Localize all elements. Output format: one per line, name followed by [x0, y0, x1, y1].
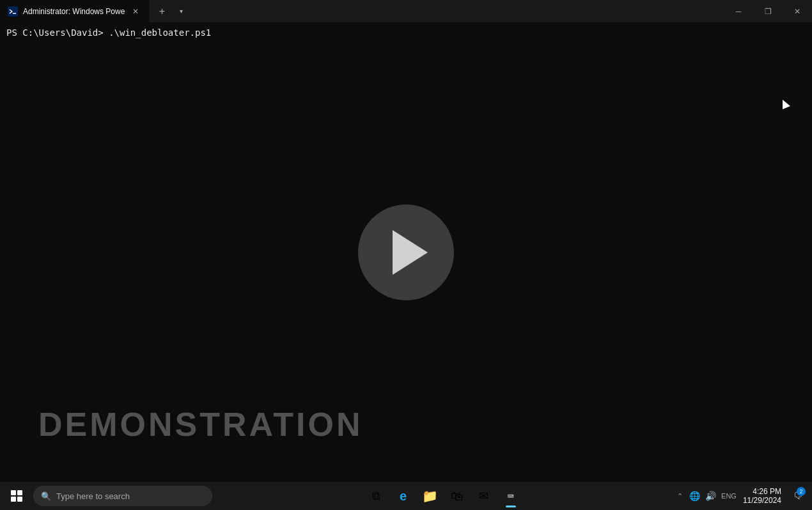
terminal-icon: ⌨: [508, 490, 514, 502]
terminal-area[interactable]: PS C:\Users\David> .\win_debloater.ps1 D…: [0, 22, 812, 482]
terminal-button[interactable]: ⌨: [498, 483, 524, 509]
terminal-prompt-line: PS C:\Users\David> .\win_debloater.ps1: [6, 26, 806, 40]
clock-date: 11/29/2024: [743, 496, 781, 505]
play-icon: [393, 230, 428, 275]
title-bar: Administrator: Windows Powe ✕ + ▾ ─ ❐ ✕: [0, 0, 812, 22]
minimize-button[interactable]: ─: [724, 0, 753, 22]
mail-button[interactable]: ✉: [471, 483, 497, 509]
tab-close-button[interactable]: ✕: [130, 6, 141, 17]
tab-area: Administrator: Windows Powe ✕ + ▾: [0, 0, 724, 22]
tray-icons: 🌐 🔊 ENG: [689, 491, 737, 501]
mouse-cursor: [783, 100, 790, 109]
notification-badge: 2: [797, 487, 806, 496]
taskbar-right: ⌃ 🌐 🔊 ENG 4:26 PM 11/29/2024 🗨 2: [675, 484, 808, 508]
notification-center-button[interactable]: 🗨 2: [788, 484, 808, 508]
play-button[interactable]: [358, 205, 454, 300]
task-view-button[interactable]: ⧉: [364, 483, 389, 509]
ps-prompt: PS C:\Users\David>: [6, 27, 104, 38]
ps-command: .\win_debloater.ps1: [104, 27, 212, 38]
file-explorer-button[interactable]: 📁: [418, 483, 443, 509]
tray-expand-button[interactable]: ⌃: [675, 491, 685, 502]
search-icon: 🔍: [41, 491, 51, 501]
new-tab-button[interactable]: +: [152, 1, 172, 22]
folder-icon: 📁: [422, 488, 438, 504]
clock-time: 4:26 PM: [753, 487, 781, 496]
maximize-button[interactable]: ❐: [753, 0, 783, 22]
powershell-tab-icon: [8, 6, 18, 17]
store-icon: 🛍: [451, 489, 464, 504]
active-tab[interactable]: Administrator: Windows Powe ✕: [0, 0, 149, 22]
tab-title: Administrator: Windows Powe: [23, 7, 125, 16]
keyboard-layout-icon[interactable]: ENG: [721, 492, 737, 500]
microsoft-store-button[interactable]: 🛍: [444, 483, 470, 509]
watermark-text: DEMONSTRATION: [38, 405, 363, 444]
volume-icon[interactable]: 🔊: [705, 491, 716, 501]
edge-icon: e: [400, 489, 407, 504]
clock-button[interactable]: 4:26 PM 11/29/2024: [739, 484, 785, 508]
tab-dropdown-button[interactable]: ▾: [173, 4, 189, 19]
microsoft-edge-button[interactable]: e: [391, 483, 416, 509]
taskbar: 🔍 Type here to search ⧉ e 📁 🛍 ✉ ⌨: [0, 482, 812, 510]
svg-rect-0: [8, 6, 18, 17]
windows-logo-icon: [11, 490, 22, 502]
close-button[interactable]: ✕: [783, 0, 812, 22]
network-icon[interactable]: 🌐: [689, 491, 700, 501]
search-bar[interactable]: 🔍 Type here to search: [33, 486, 212, 506]
start-button[interactable]: [4, 483, 29, 509]
task-view-icon: ⧉: [372, 490, 380, 503]
taskbar-center-icons: ⧉ e 📁 🛍 ✉ ⌨: [214, 483, 673, 509]
mail-icon: ✉: [479, 489, 488, 503]
search-placeholder: Type here to search: [56, 491, 130, 501]
window-controls: ─ ❐ ✕: [724, 0, 812, 22]
system-tray: ⌃ 🌐 🔊 ENG: [675, 491, 737, 502]
